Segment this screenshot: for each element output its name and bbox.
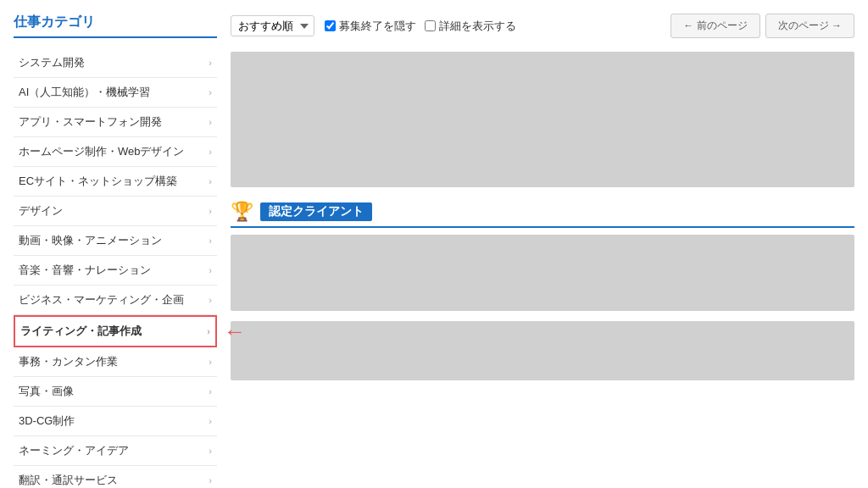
sidebar-item-8[interactable]: ビジネス・マーケティング・企画› (14, 286, 217, 315)
chevron-icon-14: › (209, 475, 212, 485)
sidebar-item-2[interactable]: アプリ・スマートフォン開発› (14, 108, 217, 137)
certified-label: 認定クライアント (260, 202, 372, 221)
sidebar-item-label-3: ホームページ制作・Webデザイン (19, 144, 185, 159)
certified-icon: 🏆 (231, 201, 253, 223)
sidebar-item-label-4: ECサイト・ネットショップ構築 (19, 174, 177, 189)
main-content: おすすめ順 新着順 応募数順 募集終了を隠す 詳細を表示する ← 前のペー (231, 14, 854, 488)
sidebar-item-1[interactable]: AI（人工知能）・機械学習› (14, 78, 217, 108)
chevron-icon-13: › (209, 446, 212, 456)
sidebar-item-label-6: 動画・映像・アニメーション (19, 233, 162, 248)
sidebar-item-11[interactable]: 写真・画像› (14, 377, 217, 407)
show-detail-label[interactable]: 詳細を表示する (425, 19, 516, 34)
sidebar-item-label-12: 3D-CG制作 (19, 413, 75, 429)
hide-closed-checkbox[interactable] (325, 20, 336, 31)
chevron-icon-11: › (209, 386, 212, 396)
sidebar-item-label-10: 事務・カンタン作業 (19, 354, 118, 369)
sidebar-item-5[interactable]: デザイン› (14, 197, 217, 226)
certified-content-placeholder (231, 235, 854, 311)
top-controls: おすすめ順 新着順 応募数順 募集終了を隠す 詳細を表示する ← 前のペー (231, 14, 854, 38)
hide-closed-text: 募集終了を隠す (339, 19, 416, 34)
chevron-icon-8: › (209, 295, 212, 305)
prev-page-button[interactable]: ← 前のページ (670, 14, 760, 38)
chevron-icon-4: › (209, 176, 212, 186)
show-detail-text: 詳細を表示する (439, 19, 516, 34)
hide-closed-label[interactable]: 募集終了を隠す (325, 19, 416, 34)
sidebar-item-7[interactable]: 音楽・音響・ナレーション› (14, 256, 217, 286)
sidebar-item-4[interactable]: ECサイト・ネットショップ構築› (14, 167, 217, 197)
sidebar-item-label-11: 写真・画像 (19, 384, 74, 399)
sidebar-item-label-0: システム開発 (19, 55, 85, 70)
sort-select[interactable]: おすすめ順 新着順 応募数順 (231, 15, 314, 36)
nav-buttons: ← 前のページ 次のページ → (670, 14, 854, 38)
sidebar-item-label-1: AI（人工知能）・機械学習 (19, 85, 150, 100)
sidebar: 仕事カテゴリ システム開発›AI（人工知能）・機械学習›アプリ・スマートフォン開… (14, 14, 217, 488)
sidebar-item-14[interactable]: 翻訳・通訳サービス› (14, 466, 217, 488)
sidebar-title: 仕事カテゴリ (14, 14, 217, 38)
sidebar-item-0[interactable]: システム開発› (14, 48, 217, 78)
next-page-button[interactable]: 次のページ → (765, 14, 854, 38)
sidebar-item-6[interactable]: 動画・映像・アニメーション› (14, 226, 217, 256)
sidebar-item-label-9: ライティング・記事作成 (20, 324, 142, 339)
chevron-icon-0: › (209, 58, 212, 68)
content-area: 🏆 認定クライアント (231, 52, 854, 380)
sidebar-item-label-8: ビジネス・マーケティング・企画 (19, 292, 184, 308)
sidebar-category-list: システム開発›AI（人工知能）・機械学習›アプリ・スマートフォン開発›ホームペー… (14, 48, 217, 488)
sidebar-item-3[interactable]: ホームページ制作・Webデザイン› (14, 137, 217, 167)
chevron-icon-5: › (209, 206, 212, 216)
sidebar-item-label-7: 音楽・音響・ナレーション (19, 263, 151, 278)
certified-header: 🏆 認定クライアント (231, 197, 854, 228)
sidebar-item-label-5: デザイン (19, 203, 63, 219)
checkbox-group: 募集終了を隠す 詳細を表示する (325, 19, 516, 34)
placeholder-top (231, 52, 854, 187)
chevron-icon-2: › (209, 117, 212, 127)
sidebar-item-label-13: ネーミング・アイデア (19, 443, 129, 458)
chevron-icon-7: › (209, 265, 212, 275)
show-detail-checkbox[interactable] (425, 20, 436, 31)
chevron-icon-3: › (209, 147, 212, 157)
chevron-icon-10: › (209, 357, 212, 367)
left-controls: おすすめ順 新着順 応募数順 募集終了を隠す 詳細を表示する (231, 15, 516, 36)
sidebar-item-label-14: 翻訳・通訳サービス (19, 473, 118, 488)
chevron-icon-9: › (207, 326, 210, 336)
sidebar-item-13[interactable]: ネーミング・アイデア› (14, 436, 217, 466)
sidebar-item-9[interactable]: ライティング・記事作成›← (14, 315, 217, 347)
sidebar-item-12[interactable]: 3D-CG制作› (14, 407, 217, 436)
certified-section: 🏆 認定クライアント (231, 197, 854, 311)
chevron-icon-12: › (209, 416, 212, 426)
chevron-icon-6: › (209, 236, 212, 246)
chevron-icon-1: › (209, 87, 212, 97)
sidebar-item-10[interactable]: 事務・カンタン作業› (14, 347, 217, 377)
placeholder-bottom (231, 321, 854, 380)
sidebar-item-label-2: アプリ・スマートフォン開発 (19, 114, 162, 130)
